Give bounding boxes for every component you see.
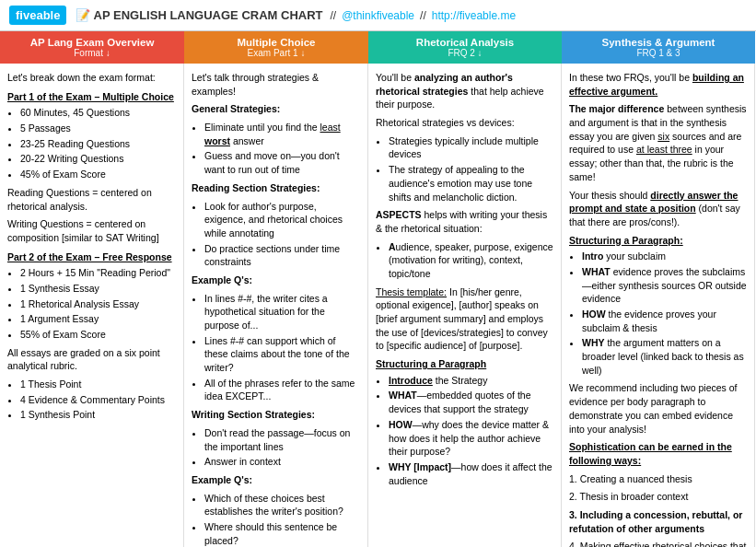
- col4-header-sub: FRQ 1 & 3: [569, 48, 748, 58]
- col4-body: In these two FRQs, you'll be building an…: [562, 64, 755, 547]
- main-grid: AP Lang Exam Overview Format ↓ Multiple …: [0, 31, 755, 547]
- col2-reading-list: Look for author's purpose, exigence, and…: [192, 200, 360, 269]
- col4-header: Synthesis & Argument FRQ 1 & 3: [562, 31, 755, 64]
- col2-header-sub: Exam Part 1 ↓: [192, 48, 361, 58]
- col1-header: AP Lang Exam Overview Format ↓: [0, 31, 184, 64]
- col1-part2-list: 2 Hours + 15 Min "Reading Period" 1 Synt…: [7, 266, 176, 341]
- fiveable-logo: fiveable: [9, 6, 66, 25]
- col4-paragraph-list: Intro your subclaim WHAT evidence proves…: [569, 250, 747, 377]
- col1-body: Let's break down the exam format: Part 1…: [0, 64, 184, 547]
- col2-body: Let's talk through strategies & examples…: [184, 64, 368, 547]
- twitter-link[interactable]: @thinkfiveable: [342, 9, 414, 22]
- col1-rubric-list: 1 Thesis Point 4 Evidence & Commentary P…: [7, 378, 176, 422]
- header-title: 📝 AP ENGLISH LANGUAGE CRAM CHART: [76, 8, 322, 22]
- col3-header: Rhetorical Analysis FRQ 2 ↓: [368, 31, 562, 64]
- col2-writing-list: Don't read the passage—focus on the impo…: [192, 426, 360, 469]
- website-link[interactable]: http://fiveable.me: [432, 9, 516, 22]
- header-separator1: //: [330, 9, 336, 22]
- col3-header-sub: FRQ 2 ↓: [376, 48, 554, 58]
- col2-example-qs: In lines #-#, the writer cites a hypothe…: [192, 292, 360, 404]
- col3-strategies-list: Strategies typically include multiple de…: [376, 134, 553, 204]
- header-separator2: //: [420, 9, 426, 22]
- col3-header-title: Rhetorical Analysis: [416, 37, 514, 48]
- col2-general-list: Eliminate until you find the least worst…: [192, 121, 360, 177]
- col1-part1-title: Part 1 of the Exam – Multiple Choice: [7, 90, 176, 104]
- col2-header-title: Multiple Choice: [238, 37, 316, 48]
- col3-paragraph-list: Introduce the Strategy WHAT—embedded quo…: [376, 374, 553, 488]
- col1-part1-list: 60 Minutes, 45 Questions 5 Passages 23-2…: [7, 106, 176, 180]
- col4-paragraph-title: Structuring a Paragraph:: [569, 234, 747, 248]
- header: fiveable 📝 AP ENGLISH LANGUAGE CRAM CHAR…: [0, 0, 756, 31]
- col4-header-title: Synthesis & Argument: [602, 37, 715, 48]
- col3-body: You'll be analyzing an author's rhetoric…: [368, 64, 562, 547]
- col1-part2-title: Part 2 of the Exam – Free Response: [7, 250, 176, 264]
- col3-aspects-list: Audience, speaker, purpose, exigence (mo…: [376, 240, 553, 281]
- col2-writing-qs: Which of these choices best establishes …: [192, 492, 360, 547]
- col1-header-title: AP Lang Exam Overview: [30, 37, 155, 48]
- col3-paragraph-title: Structuring a Paragraph: [376, 357, 553, 371]
- col2-header: Multiple Choice Exam Part 1 ↓: [184, 31, 368, 64]
- col1-header-sub: Format ↓: [7, 48, 177, 58]
